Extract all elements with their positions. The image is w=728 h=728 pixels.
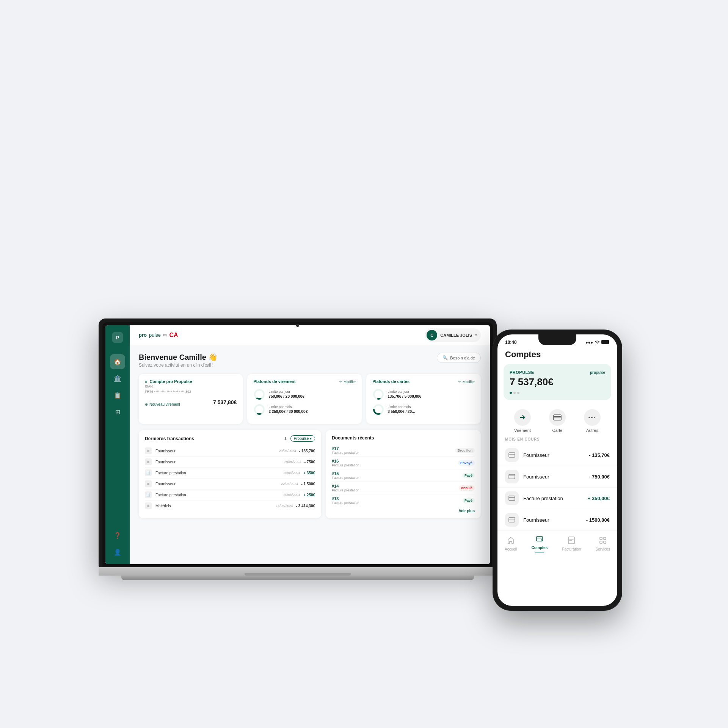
phone-outer: 10:40 ●●● [493, 330, 622, 610]
download-icon[interactable]: ⬇ [284, 436, 287, 441]
phone-tx-name: Fournisseur [523, 452, 584, 458]
doc-type: Facture prestation [332, 488, 455, 492]
doc-type: Facture prestation [332, 463, 455, 467]
doc-number: #13 [332, 496, 459, 501]
wifi-icon [595, 340, 600, 345]
virement-icon [514, 409, 531, 426]
sidebar-item-help[interactable]: ❓ [110, 528, 125, 543]
voir-plus-link[interactable]: Voir plus [332, 509, 475, 513]
laptop-device: P 🏠 🏦 📋 ⊞ ❓ 👤 [99, 318, 497, 580]
propulse-filter[interactable]: Propulse ▾ [290, 435, 315, 442]
topbar-logo: propulse by CA [139, 332, 178, 339]
home-tab-label: Accueil [505, 547, 517, 551]
svg-rect-21 [600, 537, 602, 540]
user-avatar: C [427, 330, 437, 340]
plafonds-cartes-modify[interactable]: ✏ Modifier [458, 380, 475, 384]
tab-underline [535, 552, 544, 552]
sidebar-item-user[interactable]: 👤 [110, 544, 125, 560]
phone-tab-accueil[interactable]: Accueil [505, 537, 517, 551]
sidebar-logo: P [110, 330, 125, 347]
phone-action-virement[interactable]: Virement [514, 409, 531, 433]
phone-action-autres[interactable]: ••• Autres [584, 409, 601, 433]
user-badge[interactable]: C CAMILLE JOLIS ▾ [425, 328, 481, 342]
svg-point-19 [541, 540, 542, 541]
tx-amount: + 250€ [303, 493, 315, 497]
facturation-tab-icon [568, 537, 575, 546]
phone-tx-amount: - 1500,00€ [586, 517, 610, 523]
transactions-header: Dernières transactions ⬇ Propulse ▾ [145, 435, 315, 442]
tx-date: 29/06/2024 [284, 460, 301, 464]
services-tab-label: Services [596, 547, 610, 551]
tx-name: Facture prestation [155, 471, 280, 475]
phone-tab-facturation[interactable]: Facturation [562, 537, 581, 551]
phone-transaction-row: Fournisseur - 750,00€ [497, 466, 617, 488]
bottom-row: Dernières transactions ⬇ Propulse ▾ [139, 430, 481, 518]
help-button[interactable]: 🔍 Besoin d'aide [437, 353, 481, 363]
phone-account-card-header: PROPULSE propulse [510, 370, 605, 375]
sidebar-item-grid[interactable]: ⊞ [110, 404, 125, 419]
phone-tx-icon [505, 491, 519, 505]
sidebar-item-bank[interactable]: 🏦 [110, 371, 125, 386]
signal-icon: ●●● [585, 340, 593, 345]
phone-tx-name: Facture prestation [523, 496, 583, 501]
svg-rect-23 [600, 541, 602, 543]
doc-info: #14 Facture prestation [332, 484, 455, 492]
phone-account-name: PROPULSE [510, 370, 534, 375]
phone-page-title: Comptes [497, 347, 617, 364]
logo-pulse: pulse [149, 332, 161, 338]
doc-type: Facture prestation [332, 501, 459, 505]
account-card: ≡ Compte pro Propulse IBAN FR76 **** ***… [139, 374, 243, 424]
plafonds-cartes-title: Plafonds de cartes [372, 379, 410, 384]
iban-value: FR76 **** **** **** **** **** 392 [145, 390, 237, 394]
phone-tx-name: Fournisseur [523, 474, 584, 480]
welcome-header: Bienvenue Camille 👋 Suivez votre activit… [139, 353, 481, 368]
transactions-title: Dernières transactions [145, 436, 194, 441]
phone-tx-amount: + 350,00€ [588, 496, 610, 501]
plafonds-virement-header: Plafonds de virement ✏ Modifier [253, 379, 356, 384]
plafond-cartes-info2: Limite par mois 3 550,00€ / 20... [388, 405, 415, 415]
app-main: propulse by CA C CAMILLE JOLIS ▾ [130, 325, 490, 564]
battery-icon [601, 340, 610, 345]
phone-tx-icon [505, 448, 519, 462]
sidebar-item-docs[interactable]: 📋 [110, 388, 125, 403]
doc-number: #15 [332, 471, 459, 476]
cards-row: ≡ Compte pro Propulse IBAN FR76 **** ***… [139, 374, 481, 424]
phone-action-carte[interactable]: Carte [549, 409, 566, 433]
topbar-right: C CAMILLE JOLIS ▾ [425, 328, 481, 342]
document-row: #13 Facture prestation Payé [332, 494, 475, 507]
phone-account-balance: 7 537,80€ [510, 376, 605, 388]
phone-device: 10:40 ●●● [493, 330, 622, 610]
account-dots [510, 392, 605, 394]
home-tab-icon [507, 537, 515, 546]
phone-tab-services[interactable]: Services [596, 537, 610, 551]
phone-tx-name: Fournisseur [523, 517, 582, 523]
tx-name: Fournisseur [155, 449, 276, 453]
svg-rect-20 [568, 537, 574, 544]
welcome-title: Bienvenue Camille 👋 [139, 353, 218, 362]
transactions-list: 🖥 Fournisseur 29/06/2024 - 135,70€ 🖥 Fou… [145, 446, 315, 511]
phone-tab-comptes[interactable]: Comptes [531, 535, 548, 552]
doc-info: #16 Facture prestation [332, 459, 455, 467]
transaction-row: 📄 Facture prestation 26/06/2024 + 350€ [145, 468, 315, 479]
svg-point-6 [374, 390, 383, 399]
sidebar-item-home[interactable]: 🏠 [110, 354, 125, 369]
tx-icon: 🖥 [145, 458, 152, 465]
phone-transaction-row: Fournisseur - 1500,00€ [497, 509, 617, 531]
svg-point-2 [255, 390, 264, 399]
plafonds-virement-modify[interactable]: ✏ Modifier [339, 380, 356, 384]
tx-icon: 📄 [145, 469, 152, 476]
svg-rect-13 [554, 416, 561, 417]
svg-rect-24 [604, 541, 606, 543]
carte-icon [549, 409, 566, 426]
plafonds-cartes-card: Plafonds de cartes ✏ Modifier [366, 374, 481, 424]
phone-tx-icon [505, 513, 519, 527]
tx-amount: + 350€ [303, 471, 315, 475]
documents-title: Documents récents [332, 435, 374, 441]
phone-tx-icon [505, 470, 519, 483]
new-transfer-btn[interactable]: ⊕ Nouveau virement [145, 402, 180, 406]
carte-label: Carte [552, 428, 563, 433]
phone-status-icons: ●●● [585, 340, 610, 345]
phone-notch [538, 334, 576, 345]
plafond-virement-info2: Limite par mois 2 250,00€ / 30 000,00€ [268, 405, 308, 415]
tx-date: 16/06/2024 [276, 504, 293, 508]
